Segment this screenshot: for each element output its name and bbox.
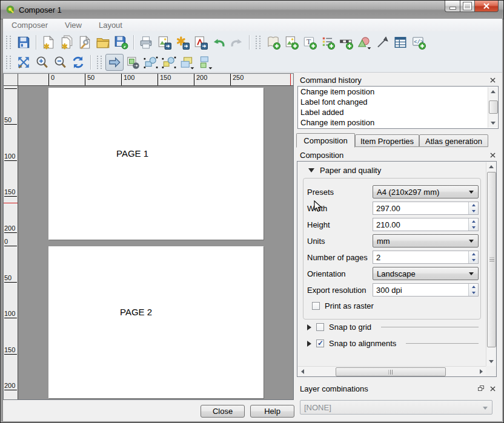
new-composition-button[interactable]	[39, 34, 58, 51]
float-panel-icon[interactable]	[477, 384, 485, 393]
spin-down-icon[interactable]	[469, 290, 478, 296]
spin-buttons[interactable]	[468, 251, 478, 263]
align-selected-items-button[interactable]	[196, 54, 214, 71]
add-arrow-button[interactable]	[373, 34, 391, 51]
scroll-thumb[interactable]	[336, 367, 446, 376]
scroll-left-icon[interactable]	[298, 367, 307, 376]
snap-to-grid-checkbox[interactable]	[316, 323, 324, 331]
print-as-raster-checkbox[interactable]	[312, 302, 320, 310]
export-resolution-spinbox[interactable]: 300 dpi	[373, 283, 479, 297]
export-as-pdf-button[interactable]	[191, 34, 210, 51]
scroll-down-icon[interactable]	[488, 119, 497, 128]
width-spinbox[interactable]: 297.00	[373, 202, 479, 215]
toolbar-grip[interactable]	[6, 56, 11, 69]
help-button[interactable]: Help	[250, 405, 294, 418]
num-pages-spinbox[interactable]: 2	[373, 251, 479, 264]
add-image-button[interactable]	[282, 34, 300, 51]
menu-layout[interactable]: Layout	[90, 21, 131, 30]
composition-vertical-scrollbar[interactable]	[486, 162, 496, 366]
add-new-label-button[interactable]: T	[300, 34, 319, 51]
command-history-header[interactable]: Command history	[296, 74, 500, 85]
toolbar-grip[interactable]	[6, 36, 11, 49]
refresh-view-button[interactable]	[69, 54, 87, 71]
maximize-button[interactable]	[460, 1, 474, 12]
close-panel-icon[interactable]	[488, 384, 497, 393]
add-new-map-button[interactable]	[264, 34, 282, 51]
undo-button[interactable]	[210, 34, 228, 51]
expand-arrow-icon[interactable]	[307, 341, 311, 347]
raise-selected-items-button[interactable]	[178, 54, 196, 71]
close-window-button[interactable]	[474, 1, 499, 12]
window-titlebar[interactable]: Composer 1	[1, 1, 503, 19]
menu-view[interactable]: View	[56, 21, 90, 30]
add-basic-shape-button[interactable]	[355, 34, 373, 51]
scroll-right-icon[interactable]	[477, 367, 486, 376]
paper-quality-group-header[interactable]: Paper and quality	[303, 166, 386, 175]
zoom-in-button[interactable]	[33, 54, 51, 71]
layer-combinations-combo[interactable]: [NONE]	[300, 400, 492, 415]
page-1[interactable]: PAGE 1	[48, 88, 264, 240]
expand-arrow-icon[interactable]	[307, 324, 311, 330]
spin-up-icon[interactable]	[469, 284, 478, 290]
zoom-full-button[interactable]	[15, 54, 33, 71]
save-as-template-button[interactable]	[112, 34, 130, 51]
orientation-combo[interactable]: Landscape	[373, 267, 479, 280]
export-as-svg-button[interactable]	[173, 34, 191, 51]
page-2-label[interactable]: PAGE 2	[120, 307, 152, 317]
tab-item-properties[interactable]: Item Properties	[355, 134, 419, 147]
add-attribute-table-button[interactable]	[391, 34, 409, 51]
save-project-button[interactable]	[15, 34, 33, 51]
toolbar-grip[interactable]	[256, 36, 260, 49]
history-item[interactable]: Change item position	[298, 117, 498, 128]
toolbar-grip[interactable]	[97, 56, 102, 69]
spin-buttons[interactable]	[468, 218, 478, 231]
duplicate-composition-button[interactable]	[58, 34, 76, 51]
scroll-thumb[interactable]	[489, 100, 498, 114]
move-item-content-button[interactable]	[124, 54, 142, 71]
spin-down-icon[interactable]	[469, 257, 478, 263]
spin-buttons[interactable]	[468, 202, 478, 214]
ungroup-items-button[interactable]	[160, 54, 178, 71]
close-panel-icon[interactable]	[488, 151, 497, 159]
page-1-label[interactable]: PAGE 1	[116, 148, 148, 159]
spin-down-icon[interactable]	[469, 208, 478, 214]
page-2[interactable]: PAGE 2	[48, 246, 264, 398]
spin-buttons[interactable]	[468, 284, 478, 296]
add-new-legend-button[interactable]	[319, 34, 337, 51]
add-html-frame-button[interactable]: </>	[409, 34, 428, 51]
load-from-template-button[interactable]	[94, 34, 112, 51]
history-scrollbar[interactable]	[488, 87, 497, 128]
close-panel-icon[interactable]	[488, 76, 497, 84]
zoom-out-button[interactable]	[51, 54, 69, 71]
select-move-item-button[interactable]	[105, 54, 124, 71]
tab-composition[interactable]: Composition	[296, 133, 355, 148]
layer-combinations-header[interactable]: Layer combinations	[296, 383, 500, 394]
spin-down-icon[interactable]	[469, 225, 478, 231]
scroll-thumb[interactable]	[487, 172, 496, 347]
history-item[interactable]: Label added	[298, 107, 498, 117]
scroll-up-icon[interactable]	[488, 87, 497, 96]
spin-up-icon[interactable]	[469, 251, 478, 257]
command-history-list[interactable]: Change item position Label font changed …	[297, 86, 499, 129]
collapse-arrow-icon[interactable]	[308, 168, 314, 172]
presets-combo[interactable]: A4 (210x297 mm)	[373, 185, 479, 198]
snap-to-alignments-checkbox[interactable]	[316, 339, 324, 347]
spin-up-icon[interactable]	[469, 218, 478, 225]
history-item[interactable]: Change item position	[298, 87, 498, 97]
tab-atlas-generation[interactable]: Atlas generation	[419, 134, 488, 147]
scroll-down-icon[interactable]	[486, 357, 496, 366]
add-new-scalebar-button[interactable]	[337, 34, 355, 51]
group-items-button[interactable]	[142, 54, 160, 71]
composition-manager-button[interactable]	[76, 34, 94, 51]
print-button[interactable]	[137, 34, 155, 51]
composition-panel-header[interactable]: Composition	[296, 149, 500, 160]
composition-horizontal-scrollbar[interactable]	[298, 366, 486, 376]
units-combo[interactable]: mm	[373, 234, 479, 248]
minimize-button[interactable]	[445, 1, 460, 12]
scroll-up-icon[interactable]	[486, 162, 496, 171]
close-composer-button[interactable]: Close	[201, 405, 245, 418]
height-spinbox[interactable]: 210.00	[373, 218, 479, 231]
export-as-image-button[interactable]	[155, 34, 173, 51]
spin-up-icon[interactable]	[469, 202, 478, 208]
menu-composer[interactable]: Composer	[3, 21, 56, 30]
